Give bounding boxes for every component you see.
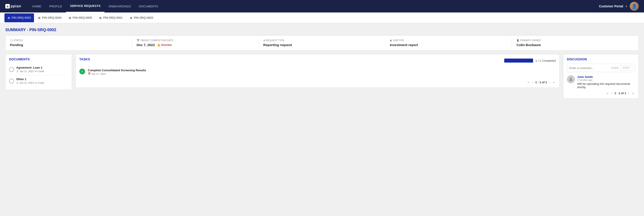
- avatar[interactable]: 👤: [630, 2, 639, 11]
- tab-icon-0: ⊕: [8, 16, 10, 20]
- task-cal-icon: 📅: [88, 72, 91, 75]
- comment-input[interactable]: [569, 66, 609, 70]
- tasks-first-btn[interactable]: «: [526, 80, 530, 84]
- tasks-next-btn[interactable]: ›: [548, 80, 551, 84]
- navbar: a ppian HOME PROFILE SERVICE REQUESTS ON…: [0, 0, 644, 13]
- summary-card: 🕐 STATUS Pending 📅 TARGET COMPLETION DAT…: [5, 35, 639, 51]
- overdue-badge: ⚠️ Overdue: [157, 43, 172, 47]
- tasks-pagination: « ‹ 1 - 1 of 1 › »: [79, 80, 556, 84]
- primary-owner-value: Colin Buxbaum: [516, 43, 634, 47]
- nav-service-requests[interactable]: SERVICE REQUESTS: [66, 0, 104, 13]
- progress-bar: [504, 59, 533, 63]
- disc-next-btn[interactable]: ›: [627, 91, 630, 95]
- nav-home[interactable]: HOME: [28, 0, 45, 13]
- tab-pin-srq-0002[interactable]: ⊕ PIN-SRQ-0002: [4, 13, 34, 22]
- share-icon-1: ⇌: [35, 81, 37, 84]
- portal-label: Customer Portal: [599, 5, 623, 8]
- doc-name-0: Agreement: Loan 1: [16, 66, 44, 69]
- task-check-0: ✓: [79, 69, 85, 74]
- tasks-header: TASKS 1 / 1 Completed: [79, 57, 556, 64]
- overdue-icon: ⚠️: [157, 43, 160, 47]
- doc-radio-0[interactable]: [9, 67, 14, 72]
- tab-icon-3: ⊕: [99, 16, 102, 20]
- calendar-icon: 📅: [137, 39, 140, 42]
- tasks-title: TASKS: [79, 57, 90, 61]
- avatar-image: 👤: [630, 2, 639, 11]
- post-button[interactable]: POST: [620, 65, 632, 71]
- comment-counter: 0/4000: [611, 67, 619, 69]
- tab-icon-2: ⊕: [69, 16, 71, 20]
- tabs-bar: ⊕ PIN-SRQ-0002 ⊕ PIN-SRQ-0004 ⊕ PIN-SRQ-…: [0, 13, 644, 23]
- tab-pin-srq-0005[interactable]: ⊕ PIN-SRQ-0005: [66, 13, 95, 22]
- summary-title: SUMMARY - PIN-SRQ-0002: [5, 28, 639, 32]
- owner-icon: 👤: [516, 39, 519, 42]
- target-date-value: Dec 7, 2022: [137, 43, 155, 47]
- field-target-date: 📅 TARGET COMPLETION DATE Dec 7, 2022 ⚠️ …: [137, 39, 259, 47]
- field-request-type: ⊞ REQUEST TYPE Reporting request: [263, 39, 386, 47]
- tasks-page-info: 1 - 1 of 1: [535, 81, 547, 84]
- progress-label: 1 / 1 Completed: [535, 59, 556, 62]
- appian-logo[interactable]: a ppian: [5, 4, 21, 9]
- navbar-right: Customer Portal ▼ 👤: [599, 2, 639, 11]
- share-icon-0: ⇌: [35, 70, 37, 73]
- clock-icon: 🕐: [10, 39, 13, 42]
- bottom-section: DOCUMENTS Agreement: Loan 1 ⚠ Jan 21, 20…: [5, 54, 639, 99]
- user-icon: [569, 77, 573, 81]
- discussion-panel: DISCUSSION 0/4000 POST John Smith 2 minu…: [563, 54, 639, 99]
- comment-text-0: Will be uploading the required documents…: [577, 82, 635, 89]
- nav-profile[interactable]: PROFILE: [45, 0, 66, 13]
- comment-time-0: 2 minutes ago: [577, 79, 635, 81]
- tab-pin-srq-0001[interactable]: ⊕ PIN-SRQ-0001: [96, 13, 126, 22]
- tab-pin-srq-0004[interactable]: ⊕ PIN-SRQ-0004: [35, 13, 64, 22]
- discussion-pagination: « ‹ 1 - 1 of 1 › »: [567, 91, 635, 95]
- progress-bar-container: 1 / 1 Completed: [504, 59, 556, 63]
- task-item-0: ✓ Complete Consolidated Screening Result…: [79, 66, 556, 77]
- svg-point-0: [570, 78, 572, 79]
- documents-title: DOCUMENTS: [9, 57, 68, 61]
- documents-panel: DOCUMENTS Agreement: Loan 1 ⚠ Jan 21, 20…: [5, 54, 72, 90]
- tasks-panel: TASKS 1 / 1 Completed ✓ Complete Consoli…: [76, 54, 560, 88]
- request-type-value: Reporting request: [263, 43, 381, 47]
- status-value: Pending: [10, 43, 128, 47]
- tab-pin-srq-0003[interactable]: ⊕ PIN-SRQ-0003: [127, 13, 156, 22]
- task-name-0: Complete Consolidated Screening Results: [88, 69, 146, 72]
- doc-warn-icon-0: ⚠: [16, 70, 19, 73]
- nav-onboardings[interactable]: ONBOARDINGS: [104, 0, 135, 13]
- disc-first-btn[interactable]: «: [606, 91, 609, 95]
- request-type-icon: ⊞: [263, 39, 265, 42]
- comment-entry-0: John Smith 2 minutes ago Will be uploadi…: [567, 75, 635, 89]
- field-primary-owner: 👤 PRIMARY OWNER Colin Buxbaum: [516, 39, 634, 47]
- doc-item-0: Agreement: Loan 1 ⚠ Jan 21, 2023 ⇌ Credi…: [9, 64, 68, 75]
- tab-icon-1: ⊕: [38, 16, 41, 20]
- discussion-title: DISCUSSION: [567, 57, 635, 61]
- subtype-icon: ▦: [390, 39, 392, 42]
- tasks-prev-btn[interactable]: ‹: [531, 80, 534, 84]
- doc-warn-icon-1: ⚠: [16, 81, 19, 84]
- tasks-last-btn[interactable]: »: [552, 80, 556, 84]
- field-subtype: ▦ SUBTYPE Investment report: [390, 39, 512, 47]
- nav-links: HOME PROFILE SERVICE REQUESTS ONBOARDING…: [28, 0, 599, 13]
- disc-last-btn[interactable]: »: [631, 91, 635, 95]
- tab-icon-4: ⊕: [130, 16, 132, 20]
- disc-prev-btn[interactable]: ‹: [610, 91, 613, 95]
- field-status: 🕐 STATUS Pending: [10, 39, 132, 47]
- commenter-name-0: John Smith: [577, 75, 635, 79]
- doc-name-1: Other 1: [16, 77, 44, 81]
- main-content: SUMMARY - PIN-SRQ-0002 🕐 STATUS Pending …: [0, 23, 644, 103]
- comment-input-row: 0/4000 POST: [567, 64, 635, 72]
- doc-item-1: Other 1 ⚠ Jan 21, 2023 ⇌ Credit: [9, 75, 68, 87]
- doc-radio-1[interactable]: [9, 79, 14, 83]
- subtype-value: Investment report: [390, 43, 507, 47]
- nav-documents[interactable]: DOCUMENTS: [135, 0, 162, 13]
- disc-page-info: 1 - 1 of 1: [614, 91, 626, 95]
- portal-caret[interactable]: ▼: [625, 5, 628, 8]
- commenter-avatar-0: [567, 75, 575, 83]
